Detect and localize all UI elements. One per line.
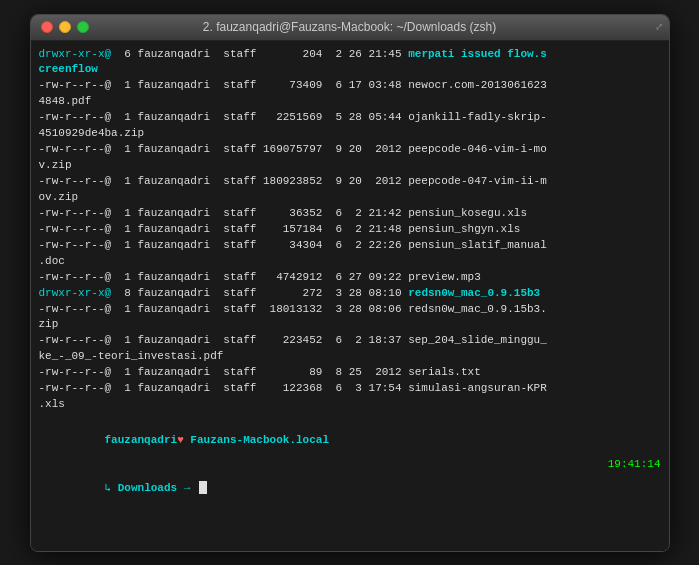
close-button[interactable]: [41, 21, 53, 33]
resize-icon: ⤢: [655, 21, 663, 33]
terminal-line: .doc: [39, 254, 661, 270]
prompt-user-host: fauzanqadri♥ Fauzans-Macbook.local: [39, 417, 329, 465]
terminal-line: -rw-r--r--@ 1 fauzanqadri staff 89 8 25 …: [39, 365, 661, 381]
prompt-arrow-right: →: [184, 482, 191, 494]
terminal-line: -rw-r--r--@ 1 fauzanqadri staff 16907579…: [39, 142, 661, 158]
window-title: 2. fauzanqadri@Fauzans-Macbook: ~/Downlo…: [203, 20, 496, 34]
terminal-window: 2. fauzanqadri@Fauzans-Macbook: ~/Downlo…: [30, 14, 670, 552]
minimize-button[interactable]: [59, 21, 71, 33]
terminal-line: -rw-r--r--@ 1 fauzanqadri staff 18092385…: [39, 174, 661, 190]
terminal-line: 4848.pdf: [39, 94, 661, 110]
terminal-cursor: [199, 481, 207, 494]
terminal-body[interactable]: drwxr-xr-x@ 6 fauzanqadri staff 204 2 26…: [31, 41, 669, 551]
terminal-line: ke_-_09_-teori_investasi.pdf: [39, 349, 661, 365]
terminal-line: -rw-r--r--@ 1 fauzanqadri staff 36352 6 …: [39, 206, 661, 222]
prompt-arrow-left: ↳: [105, 482, 112, 494]
terminal-line: -rw-r--r--@ 1 fauzanqadri staff 223452 6…: [39, 333, 661, 349]
bottom-bar: fauzanqadri♥ Fauzans-Macbook.local ↳ Dow…: [39, 417, 661, 513]
terminal-line: zip: [39, 317, 661, 333]
terminal-line: drwxr-xr-x@ 8 fauzanqadri staff 272 3 28…: [39, 286, 661, 302]
maximize-button[interactable]: [77, 21, 89, 33]
prompt-hostname: Fauzans-Macbook.local: [190, 434, 329, 446]
traffic-lights: [41, 21, 89, 33]
prompt-area: fauzanqadri♥ Fauzans-Macbook.local ↳ Dow…: [39, 417, 329, 513]
terminal-line: -rw-r--r--@ 1 fauzanqadri staff 157184 6…: [39, 222, 661, 238]
prompt-heart: ♥: [177, 434, 184, 446]
prompt-dir-line[interactable]: ↳ Downloads →: [39, 465, 329, 513]
prompt-directory: Downloads: [118, 482, 177, 494]
terminal-line: .xls: [39, 397, 661, 413]
terminal-line: -rw-r--r--@ 1 fauzanqadri staff 122368 6…: [39, 381, 661, 397]
terminal-line: creenflow: [39, 62, 661, 78]
terminal-line: -rw-r--r--@ 1 fauzanqadri staff 73409 6 …: [39, 78, 661, 94]
terminal-line: -rw-r--r--@ 1 fauzanqadri staff 18013132…: [39, 302, 661, 318]
terminal-line: -rw-r--r--@ 1 fauzanqadri staff 34304 6 …: [39, 238, 661, 254]
terminal-line: v.zip: [39, 158, 661, 174]
terminal-line: -rw-r--r--@ 1 fauzanqadri staff 4742912 …: [39, 270, 661, 286]
prompt-username: fauzanqadri: [105, 434, 178, 446]
terminal-line: ov.zip: [39, 190, 661, 206]
terminal-line: -rw-r--r--@ 1 fauzanqadri staff 2251569 …: [39, 110, 661, 126]
terminal-line: drwxr-xr-x@ 6 fauzanqadri staff 204 2 26…: [39, 47, 661, 63]
titlebar: 2. fauzanqadri@Fauzans-Macbook: ~/Downlo…: [31, 15, 669, 41]
terminal-line: 4510929de4ba.zip: [39, 126, 661, 142]
terminal-time: 19:41:14: [608, 457, 661, 473]
